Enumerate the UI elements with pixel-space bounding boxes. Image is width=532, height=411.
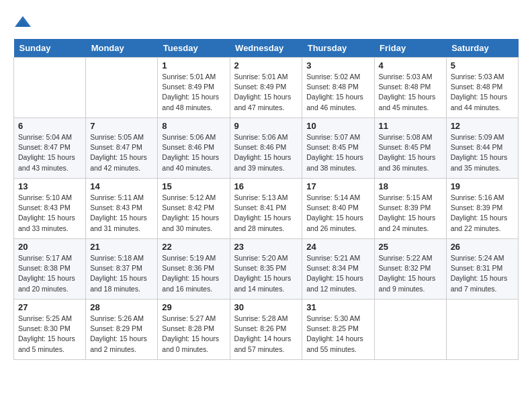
- calendar-cell: 22Sunrise: 5:19 AM Sunset: 8:36 PM Dayli…: [158, 239, 230, 300]
- day-number: 6: [18, 121, 81, 131]
- day-number: 18: [379, 181, 442, 191]
- calendar-cell: 14Sunrise: 5:11 AM Sunset: 8:43 PM Dayli…: [86, 179, 158, 239]
- calendar-cell: 12Sunrise: 5:09 AM Sunset: 8:44 PM Dayli…: [446, 118, 518, 179]
- calendar-cell: 18Sunrise: 5:15 AM Sunset: 8:39 PM Dayli…: [374, 179, 446, 239]
- day-number: 15: [162, 181, 225, 191]
- calendar-cell: 8Sunrise: 5:06 AM Sunset: 8:46 PM Daylig…: [158, 118, 230, 179]
- day-number: 3: [306, 60, 369, 71]
- day-info: Sunrise: 5:12 AM Sunset: 8:42 PM Dayligh…: [162, 193, 225, 234]
- calendar-cell: 21Sunrise: 5:18 AM Sunset: 8:37 PM Dayli…: [86, 239, 158, 300]
- calendar-week-row: 20Sunrise: 5:17 AM Sunset: 8:38 PM Dayli…: [14, 239, 519, 300]
- day-number: 27: [18, 302, 81, 312]
- day-number: 2: [234, 60, 298, 71]
- day-info: Sunrise: 5:05 AM Sunset: 8:47 PM Dayligh…: [90, 132, 153, 173]
- day-number: 30: [234, 302, 298, 312]
- day-number: 8: [162, 121, 225, 131]
- day-number: 23: [234, 242, 298, 252]
- calendar-cell: 11Sunrise: 5:08 AM Sunset: 8:45 PM Dayli…: [374, 118, 446, 179]
- day-info: Sunrise: 5:13 AM Sunset: 8:41 PM Dayligh…: [234, 193, 298, 234]
- calendar-cell: 15Sunrise: 5:12 AM Sunset: 8:42 PM Dayli…: [158, 179, 230, 239]
- day-info: Sunrise: 5:27 AM Sunset: 8:28 PM Dayligh…: [162, 314, 225, 355]
- calendar-cell: 7Sunrise: 5:05 AM Sunset: 8:47 PM Daylig…: [86, 118, 158, 179]
- calendar-cell: 17Sunrise: 5:14 AM Sunset: 8:40 PM Dayli…: [302, 179, 374, 239]
- day-info: Sunrise: 5:07 AM Sunset: 8:45 PM Dayligh…: [306, 132, 369, 173]
- column-header-sunday: Sunday: [14, 39, 86, 58]
- calendar-week-row: 13Sunrise: 5:10 AM Sunset: 8:43 PM Dayli…: [14, 179, 519, 239]
- calendar-cell: [446, 300, 518, 360]
- calendar-cell: 1Sunrise: 5:01 AM Sunset: 8:49 PM Daylig…: [158, 58, 230, 118]
- day-info: Sunrise: 5:17 AM Sunset: 8:38 PM Dayligh…: [18, 253, 81, 294]
- column-header-monday: Monday: [86, 39, 158, 58]
- page-header: [13, 13, 519, 32]
- day-info: Sunrise: 5:25 AM Sunset: 8:30 PM Dayligh…: [18, 314, 81, 355]
- day-number: 4: [379, 60, 442, 71]
- day-info: Sunrise: 5:06 AM Sunset: 8:46 PM Dayligh…: [162, 132, 225, 173]
- column-header-friday: Friday: [374, 39, 446, 58]
- day-number: 13: [18, 181, 81, 191]
- day-info: Sunrise: 5:14 AM Sunset: 8:40 PM Dayligh…: [306, 193, 369, 234]
- day-info: Sunrise: 5:09 AM Sunset: 8:44 PM Dayligh…: [451, 132, 514, 173]
- calendar-cell: 16Sunrise: 5:13 AM Sunset: 8:41 PM Dayli…: [230, 179, 302, 239]
- day-number: 12: [451, 121, 514, 131]
- day-info: Sunrise: 5:28 AM Sunset: 8:26 PM Dayligh…: [234, 314, 298, 355]
- calendar-cell: 24Sunrise: 5:21 AM Sunset: 8:34 PM Dayli…: [302, 239, 374, 300]
- day-number: 14: [90, 181, 153, 191]
- day-info: Sunrise: 5:15 AM Sunset: 8:39 PM Dayligh…: [379, 193, 442, 234]
- column-header-saturday: Saturday: [446, 39, 518, 58]
- day-number: 31: [306, 302, 369, 312]
- calendar-cell: 29Sunrise: 5:27 AM Sunset: 8:28 PM Dayli…: [158, 300, 230, 360]
- day-number: 24: [306, 242, 369, 252]
- day-info: Sunrise: 5:03 AM Sunset: 8:48 PM Dayligh…: [379, 72, 442, 113]
- day-info: Sunrise: 5:04 AM Sunset: 8:47 PM Dayligh…: [18, 132, 81, 173]
- day-info: Sunrise: 5:30 AM Sunset: 8:25 PM Dayligh…: [306, 314, 369, 355]
- day-info: Sunrise: 5:26 AM Sunset: 8:29 PM Dayligh…: [90, 314, 153, 355]
- calendar-cell: 31Sunrise: 5:30 AM Sunset: 8:25 PM Dayli…: [302, 300, 374, 360]
- day-info: Sunrise: 5:21 AM Sunset: 8:34 PM Dayligh…: [306, 253, 369, 294]
- logo: [13, 13, 35, 32]
- calendar-cell: 27Sunrise: 5:25 AM Sunset: 8:30 PM Dayli…: [14, 300, 86, 360]
- calendar-week-row: 1Sunrise: 5:01 AM Sunset: 8:49 PM Daylig…: [14, 58, 519, 118]
- day-info: Sunrise: 5:24 AM Sunset: 8:31 PM Dayligh…: [451, 253, 514, 294]
- calendar-cell: 13Sunrise: 5:10 AM Sunset: 8:43 PM Dayli…: [14, 179, 86, 239]
- calendar-cell: 6Sunrise: 5:04 AM Sunset: 8:47 PM Daylig…: [14, 118, 86, 179]
- day-info: Sunrise: 5:20 AM Sunset: 8:35 PM Dayligh…: [234, 253, 298, 294]
- day-number: 28: [90, 302, 153, 312]
- day-number: 1: [162, 60, 225, 71]
- column-header-thursday: Thursday: [302, 39, 374, 58]
- calendar-cell: 9Sunrise: 5:06 AM Sunset: 8:46 PM Daylig…: [230, 118, 302, 179]
- day-info: Sunrise: 5:03 AM Sunset: 8:48 PM Dayligh…: [451, 72, 514, 113]
- day-info: Sunrise: 5:19 AM Sunset: 8:36 PM Dayligh…: [162, 253, 225, 294]
- day-info: Sunrise: 5:02 AM Sunset: 8:48 PM Dayligh…: [306, 72, 369, 113]
- calendar-week-row: 27Sunrise: 5:25 AM Sunset: 8:30 PM Dayli…: [14, 300, 519, 360]
- day-number: 20: [18, 242, 81, 252]
- day-number: 5: [451, 60, 514, 71]
- day-info: Sunrise: 5:22 AM Sunset: 8:32 PM Dayligh…: [379, 253, 442, 294]
- calendar-cell: 5Sunrise: 5:03 AM Sunset: 8:48 PM Daylig…: [446, 58, 518, 118]
- day-number: 19: [451, 181, 514, 191]
- calendar-cell: 26Sunrise: 5:24 AM Sunset: 8:31 PM Dayli…: [446, 239, 518, 300]
- day-info: Sunrise: 5:08 AM Sunset: 8:45 PM Dayligh…: [379, 132, 442, 173]
- column-header-wednesday: Wednesday: [230, 39, 302, 58]
- logo-icon: [13, 13, 32, 32]
- day-number: 22: [162, 242, 225, 252]
- day-info: Sunrise: 5:11 AM Sunset: 8:43 PM Dayligh…: [90, 193, 153, 234]
- column-header-tuesday: Tuesday: [158, 39, 230, 58]
- calendar-cell: 25Sunrise: 5:22 AM Sunset: 8:32 PM Dayli…: [374, 239, 446, 300]
- day-number: 25: [379, 242, 442, 252]
- calendar-cell: 28Sunrise: 5:26 AM Sunset: 8:29 PM Dayli…: [86, 300, 158, 360]
- day-info: Sunrise: 5:16 AM Sunset: 8:39 PM Dayligh…: [451, 193, 514, 234]
- calendar-cell: [14, 58, 86, 118]
- day-info: Sunrise: 5:10 AM Sunset: 8:43 PM Dayligh…: [18, 193, 81, 234]
- calendar-cell: 30Sunrise: 5:28 AM Sunset: 8:26 PM Dayli…: [230, 300, 302, 360]
- calendar-cell: 20Sunrise: 5:17 AM Sunset: 8:38 PM Dayli…: [14, 239, 86, 300]
- day-number: 9: [234, 121, 298, 131]
- calendar-cell: [86, 58, 158, 118]
- day-number: 21: [90, 242, 153, 252]
- day-info: Sunrise: 5:18 AM Sunset: 8:37 PM Dayligh…: [90, 253, 153, 294]
- day-number: 10: [306, 121, 369, 131]
- day-number: 11: [379, 121, 442, 131]
- calendar-cell: 23Sunrise: 5:20 AM Sunset: 8:35 PM Dayli…: [230, 239, 302, 300]
- calendar-cell: 19Sunrise: 5:16 AM Sunset: 8:39 PM Dayli…: [446, 179, 518, 239]
- calendar-cell: 10Sunrise: 5:07 AM Sunset: 8:45 PM Dayli…: [302, 118, 374, 179]
- calendar-table: SundayMondayTuesdayWednesdayThursdayFrid…: [13, 39, 519, 360]
